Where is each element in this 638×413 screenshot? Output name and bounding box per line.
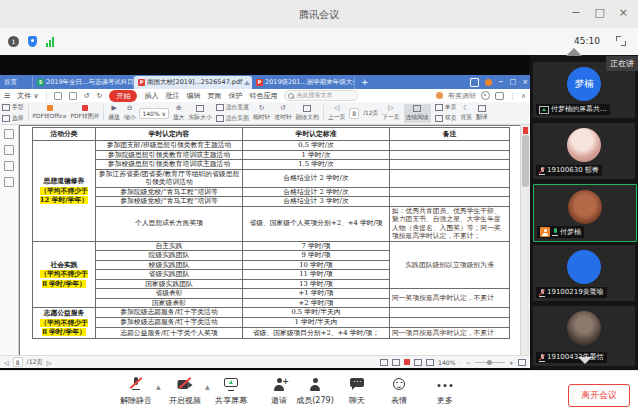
thumbnail-panel-icon[interactable]: [4, 129, 14, 139]
select-tool[interactable]: 选择: [2, 114, 24, 123]
open-icon[interactable]: [54, 92, 62, 100]
minimize-icon[interactable]: −: [571, 6, 580, 20]
menu-start-active[interactable]: 开始: [109, 90, 137, 102]
comment-panel-icon[interactable]: [4, 161, 14, 171]
view-mode-icon[interactable]: [380, 359, 388, 366]
scrollbar-thumb[interactable]: [522, 135, 529, 187]
pin-icon[interactable]: [244, 81, 250, 85]
read-doc-button[interactable]: 朗读文档: [296, 105, 319, 122]
status-zoom-value[interactable]: 140%: [438, 359, 456, 366]
mic-options-arrow[interactable]: ▲: [156, 383, 161, 390]
zoom-in-icon[interactable]: +: [509, 359, 514, 366]
wps-minimize-icon[interactable]: −: [498, 78, 504, 86]
actual-size-button[interactable]: 实际大小: [189, 105, 212, 122]
promo-icon[interactable]: [436, 92, 443, 99]
table-row: 志愿公益服务/红十字类个人奖项省级、国家级项目分别+2、+4 学时/项；同一项目…: [33, 328, 510, 338]
more-button[interactable]: 更多: [422, 376, 468, 406]
kebab-icon[interactable]: ⋮: [509, 92, 516, 100]
continuous-read-button[interactable]: 连续阅读: [404, 104, 431, 123]
double-page-button[interactable]: 双页: [435, 114, 457, 123]
search-input[interactable]: 点此搜索文本: [284, 90, 358, 101]
status-page-total: /12页: [27, 358, 43, 367]
wps-account-avatar[interactable]: [485, 79, 492, 86]
background-button[interactable]: ☾背景: [460, 104, 472, 122]
undo-icon[interactable]: ↺: [84, 92, 90, 100]
pdf-to-office-icon: [47, 105, 53, 111]
prev-page-button[interactable]: ◁上一页: [328, 104, 345, 122]
collapse-ribbon-icon[interactable]: ∧: [521, 92, 526, 100]
translate-button[interactable]: 翻译: [476, 105, 488, 122]
wps-close-icon[interactable]: ×: [522, 78, 528, 86]
participant-tile[interactable]: 19100219黄鹭喻: [533, 245, 635, 301]
fullscreen-icon[interactable]: [616, 36, 626, 46]
close-icon[interactable]: ×: [619, 6, 628, 20]
save-icon[interactable]: [69, 92, 77, 100]
hamburger-icon[interactable]: ☰: [4, 92, 10, 100]
emoji-button[interactable]: 表情: [376, 376, 422, 406]
camera-button[interactable]: 开启视频: [162, 376, 208, 406]
page-number-input[interactable]: 8: [349, 108, 359, 119]
view-mode-icon[interactable]: [392, 359, 400, 366]
attachment-panel-icon[interactable]: [4, 177, 14, 187]
meeting-info-icon[interactable]: i: [8, 36, 19, 47]
play-button[interactable]: ▶播放: [108, 104, 120, 122]
menu-file[interactable]: 文件 ∨: [17, 91, 38, 101]
bookmark-panel-icon[interactable]: [4, 145, 14, 155]
status-prev-page-icon[interactable]: ◁: [4, 359, 9, 366]
meeting-toolbar: 解除静音 ▲ 开启视频 ▲ 共享屏幕 + 邀请 成员(279) 聊天 表情: [0, 370, 638, 413]
tab-doc2[interactable]: P 2019级201...届学期末年级大会 ×: [252, 76, 355, 89]
next-page-button[interactable]: ▷下一页: [382, 104, 399, 122]
tab-home[interactable]: 首页: [0, 76, 33, 89]
menu-page[interactable]: 页面: [207, 91, 221, 101]
document-scrollbar[interactable]: [520, 125, 530, 356]
menu-edit[interactable]: 编辑: [186, 91, 200, 101]
redo-icon[interactable]: ↻: [97, 92, 103, 100]
unmute-button[interactable]: 解除静音: [113, 376, 159, 406]
fit-page-button[interactable]: 适合页面: [216, 114, 249, 123]
share-screen-button[interactable]: 共享屏幕: [208, 376, 254, 406]
zoom-level-select[interactable]: 140% ∨: [139, 108, 168, 119]
zoom-in-button[interactable]: ⊕放大: [173, 104, 185, 122]
table-row: 参加院级思想引领类教育培训或主题活动1 学时/次: [33, 150, 510, 160]
pdf-to-image-button[interactable]: PDF转图片: [71, 105, 100, 121]
zoom-slider[interactable]: [475, 362, 505, 363]
rotate-cw-button[interactable]: ↻顺时针: [253, 104, 270, 122]
participant-tile-speaking[interactable]: 付梦楠: [533, 184, 637, 242]
play-mode-icon[interactable]: [404, 359, 410, 365]
menu-annotate[interactable]: 批注: [165, 91, 179, 101]
status-next-page-icon[interactable]: ▷: [47, 359, 52, 366]
chat-button[interactable]: 聊天: [334, 376, 380, 406]
view-mode-icon[interactable]: [414, 359, 422, 366]
participant-tile[interactable]: 19100630 郁菁: [533, 123, 635, 179]
single-page-button[interactable]: 单页: [435, 103, 457, 112]
table-header-row: 活动分类 学时认定内容 学时认定标准 备注: [33, 128, 510, 141]
menu-special[interactable]: 特色应用: [249, 91, 277, 101]
rotate-ccw-button[interactable]: ↺逆时针: [274, 104, 291, 122]
hand-tool[interactable]: 手型: [2, 103, 24, 112]
workspace-grid-icon[interactable]: [470, 78, 479, 87]
zoom-out-button[interactable]: ⊖缩小: [124, 104, 136, 122]
tab-doc1[interactable]: S 2019年全日...与选课考试科目: [33, 76, 134, 89]
tab-pdf-active[interactable]: P 南国大校[2019]...2526547.pdf ×: [134, 76, 252, 89]
table-row: 参加校级思想引领类教育培训或主题活动1.5 学时/次: [33, 160, 510, 170]
promo-label[interactable]: 有奖调研: [448, 91, 476, 101]
zoom-out-icon[interactable]: −: [466, 359, 471, 366]
security-shield-icon[interactable]: [28, 36, 37, 47]
status-page-input[interactable]: 8: [13, 357, 23, 367]
maximize-icon[interactable]: □: [594, 6, 604, 20]
new-tab-button[interactable]: +: [355, 76, 375, 89]
speaking-indicator: 正在讲: [606, 56, 638, 71]
scroll-down-arrow-icon[interactable]: [578, 357, 592, 364]
wps-maximize-icon[interactable]: □: [510, 78, 517, 86]
menu-protect[interactable]: 保护: [228, 91, 242, 101]
gear-icon[interactable]: [481, 91, 490, 100]
fit-width-button[interactable]: 适合宽度: [216, 103, 249, 112]
sidebar-collapse-arrow-icon[interactable]: [566, 48, 582, 56]
fit-screen-icon[interactable]: [518, 359, 526, 366]
view-mode-icon[interactable]: [426, 359, 434, 366]
leave-meeting-button[interactable]: 离开会议: [568, 384, 630, 407]
pdf-to-office-button[interactable]: PDF转Office: [33, 105, 67, 121]
feedback-bubble-icon[interactable]: [495, 92, 504, 100]
table-row: 参加江苏省委/团省委/教育厅等组织的省级思想引领类培训活动合格结业计 2 学时/…: [33, 169, 510, 187]
menu-insert[interactable]: 插入: [144, 91, 158, 101]
